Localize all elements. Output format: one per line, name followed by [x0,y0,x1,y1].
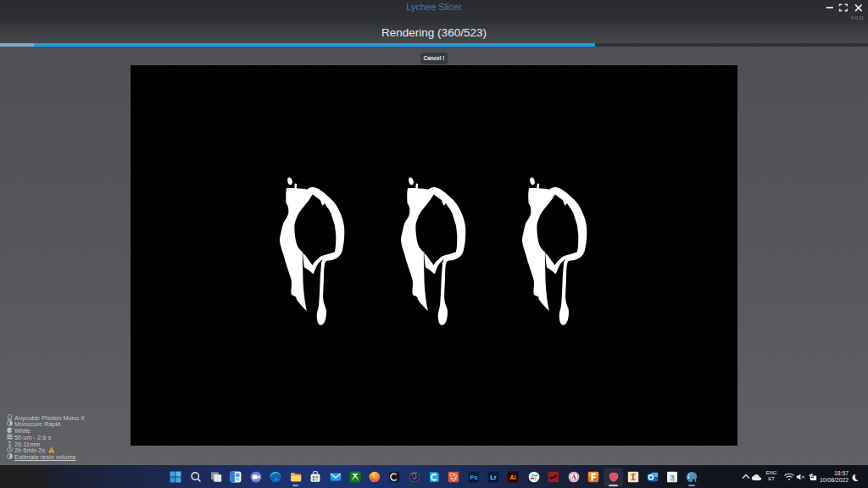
svg-text:Lr: Lr [490,474,497,481]
svg-text:Ps: Ps [470,474,477,481]
svg-text:A: A [571,474,576,481]
svg-text:Ai: Ai [509,474,515,481]
